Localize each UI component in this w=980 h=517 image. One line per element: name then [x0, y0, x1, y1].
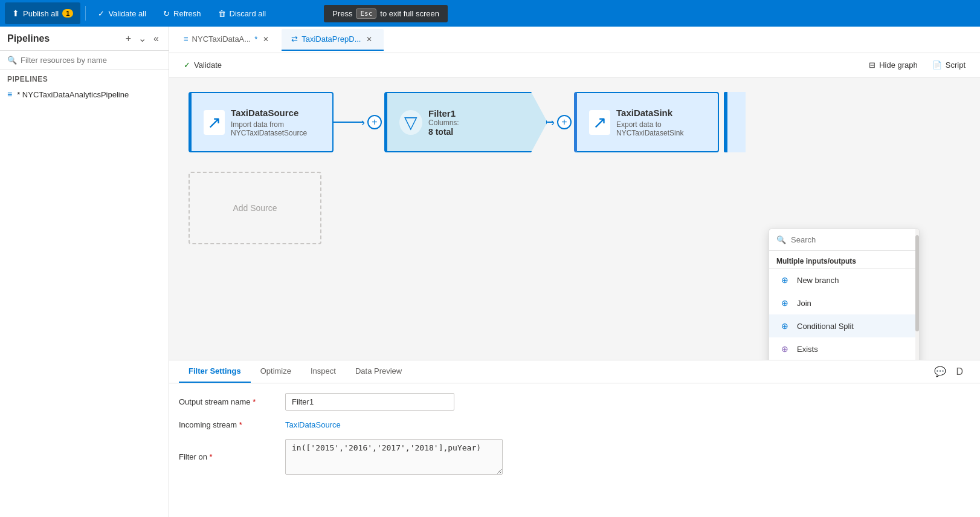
- tab-inspect[interactable]: Inspect: [301, 360, 346, 383]
- sink-node[interactable]: ↗ TaxiDataSink Export data toNYCTaxiData…: [574, 92, 719, 152]
- required-marker-2: *: [239, 420, 242, 429]
- discard-all-button[interactable]: 🗑 Discard all: [211, 2, 274, 24]
- sidebar-title: Pipelines: [7, 33, 118, 44]
- sidebar-header-icons: + ⌄ «: [123, 31, 161, 45]
- add-pipeline-button[interactable]: +: [123, 31, 134, 45]
- refresh-label: Refresh: [173, 9, 201, 18]
- hide-graph-button[interactable]: ⊟ Hide graph: [864, 58, 923, 72]
- tab-filter-settings[interactable]: Filter Settings: [179, 360, 251, 383]
- comment-icon[interactable]: 💬: [932, 365, 949, 379]
- fullscreen-tooltip: Press Esc to exit full screen: [324, 5, 448, 22]
- filter-form: Output stream name * Incoming stream * T…: [179, 393, 503, 484]
- dropdown-item-conditional-split[interactable]: ⊕ Conditional Split: [769, 314, 919, 337]
- tab-taxidataprepd[interactable]: ⇄ TaxiDataPrepD... ✕: [282, 29, 384, 51]
- add-source-label: Add Source: [233, 203, 277, 213]
- filter-settings-label: Filter Settings: [189, 366, 241, 376]
- source-node-desc: Import data fromNYCTaxiDatasetSource: [231, 120, 307, 137]
- dropdown-item-join[interactable]: ⊕ Join: [769, 291, 919, 314]
- data-preview-label: Data Preview: [355, 366, 402, 376]
- new-branch-label: New branch: [797, 276, 839, 285]
- dropdown-search-input[interactable]: [791, 235, 912, 244]
- pipeline-canvas: ↗ TaxiDataSource Import data fromNYCTaxi…: [169, 77, 980, 360]
- sink-node-title: TaxiDataSink: [616, 108, 683, 118]
- dropdown-item-new-branch[interactable]: ⊕ New branch: [769, 268, 919, 291]
- discard-icon: 🗑: [218, 9, 226, 18]
- refresh-icon: ↻: [163, 9, 170, 18]
- output-stream-label: Output stream name *: [179, 397, 276, 406]
- incoming-stream-label: Incoming stream *: [179, 420, 276, 429]
- content-area: ≡ NYCTaxiDataA... * ✕ ⇄ TaxiDataPrepD...…: [169, 27, 980, 517]
- publish-icon: ⬆: [12, 8, 19, 18]
- publish-all-label: Publish all: [23, 9, 59, 18]
- publish-all-button[interactable]: ⬆ Publish all 1: [5, 2, 80, 24]
- tab-nyctaxidata-label: NYCTaxiDataA...: [192, 34, 251, 44]
- filter-node-title: Filter1: [428, 108, 459, 119]
- bottom-tabs-bar: Filter Settings Optimize Inspect Data Pr…: [169, 360, 980, 383]
- form-row-filter-on: Filter on * in(['2015','2016','2017','20…: [179, 439, 503, 475]
- tab-nyctaxidata-close[interactable]: ✕: [261, 34, 271, 44]
- validate-button[interactable]: ✓ Validate: [179, 58, 227, 72]
- bottom-right-icons: 💬 D: [927, 365, 970, 379]
- script-button[interactable]: 📄 Script: [927, 58, 970, 72]
- scrollbar-thumb[interactable]: [915, 235, 919, 331]
- publish-badge: 1: [62, 9, 73, 18]
- nodes-row: ↗ TaxiDataSource Import data fromNYCTaxi…: [169, 77, 980, 167]
- optimize-label: Optimize: [260, 366, 291, 376]
- filter-node-icon: ▽: [399, 110, 422, 135]
- partial-node-right: [724, 92, 746, 152]
- filter-resources-input[interactable]: [21, 56, 161, 65]
- dataflow-tab-icon: ⇄: [291, 34, 298, 44]
- filter-node-wrapper: ▽ Filter1 Columns: 8 total: [384, 92, 547, 152]
- join-icon: ⊕: [779, 297, 791, 309]
- script-icon: 📄: [932, 60, 942, 70]
- tooltip-suffix: to exit full screen: [380, 9, 439, 18]
- tab-optimize[interactable]: Optimize: [251, 360, 301, 383]
- source-node-icon: ↗: [204, 110, 225, 135]
- tab-taxidataprepd-close[interactable]: ✕: [364, 34, 374, 44]
- source-node-title: TaxiDataSource: [231, 108, 307, 118]
- connector-2: › +: [547, 115, 574, 129]
- expand-icon[interactable]: ⌄: [136, 31, 149, 45]
- source-node[interactable]: ↗ TaxiDataSource Import data fromNYCTaxi…: [189, 92, 334, 152]
- validate-check-icon: ✓: [184, 60, 190, 70]
- validate-all-button[interactable]: ✓ Validate all: [91, 2, 153, 24]
- dropdown-item-exists[interactable]: ⊕ Exists: [769, 337, 919, 360]
- search-box: 🔍: [0, 51, 169, 70]
- required-marker-3: *: [210, 452, 213, 461]
- add-source-box[interactable]: Add Source: [189, 172, 321, 244]
- dropdown-section-multiple: Multiple inputs/outputs: [769, 251, 919, 268]
- form-row-incoming-stream: Incoming stream * TaxiDataSource: [179, 420, 503, 429]
- collapse-icon[interactable]: «: [151, 31, 161, 45]
- filter-on-input[interactable]: in(['2015','2016','2017','2018'],puYear): [285, 439, 503, 475]
- pipelines-section-label: Pipelines: [0, 70, 169, 86]
- script-label: Script: [946, 60, 965, 70]
- validate-all-label: Validate all: [108, 9, 146, 18]
- sink-node-desc: Export data toNYCTaxiDatasetSink: [616, 120, 683, 137]
- filter-node-meta: Columns:: [428, 119, 459, 127]
- form-row-output-stream: Output stream name *: [179, 393, 503, 411]
- output-stream-input[interactable]: [285, 393, 454, 411]
- refresh-button[interactable]: ↻ Refresh: [156, 2, 208, 24]
- filter-node[interactable]: ▽ Filter1 Columns: 8 total: [384, 92, 547, 152]
- filter-node-value: 8 total: [428, 127, 459, 137]
- bottom-content: Output stream name * Incoming stream * T…: [169, 383, 980, 494]
- incoming-stream-link[interactable]: TaxiDataSource: [285, 420, 341, 429]
- plus-btn-1[interactable]: +: [367, 115, 382, 129]
- sink-node-icon: ↗: [589, 110, 610, 135]
- plus-btn-2[interactable]: +: [557, 115, 572, 129]
- dropdown-search-icon: 🔍: [776, 235, 786, 244]
- pipeline-item[interactable]: ≡ * NYCTaxiDataAnalyticsPipeline: [0, 86, 169, 103]
- sidebar-header: Pipelines + ⌄ «: [0, 27, 169, 51]
- tab-taxidataprepd-label: TaxiDataPrepD...: [301, 34, 361, 44]
- tab-data-preview[interactable]: Data Preview: [346, 360, 411, 383]
- sidebar: Pipelines + ⌄ « 🔍 Pipelines ≡ * NYCTaxiD…: [0, 27, 169, 517]
- inspect-label: Inspect: [311, 366, 336, 376]
- main-layout: Pipelines + ⌄ « 🔍 Pipelines ≡ * NYCTaxiD…: [0, 27, 980, 517]
- separator: [85, 6, 86, 21]
- tab-nyctaxidata[interactable]: ≡ NYCTaxiDataA... * ✕: [174, 29, 280, 51]
- connector-1: › +: [334, 115, 384, 129]
- scrollbar-track[interactable]: [915, 229, 919, 360]
- pipeline-icon: ≡: [7, 89, 12, 99]
- expand-panel-icon[interactable]: D: [953, 365, 965, 379]
- esc-key-badge: Esc: [356, 8, 376, 19]
